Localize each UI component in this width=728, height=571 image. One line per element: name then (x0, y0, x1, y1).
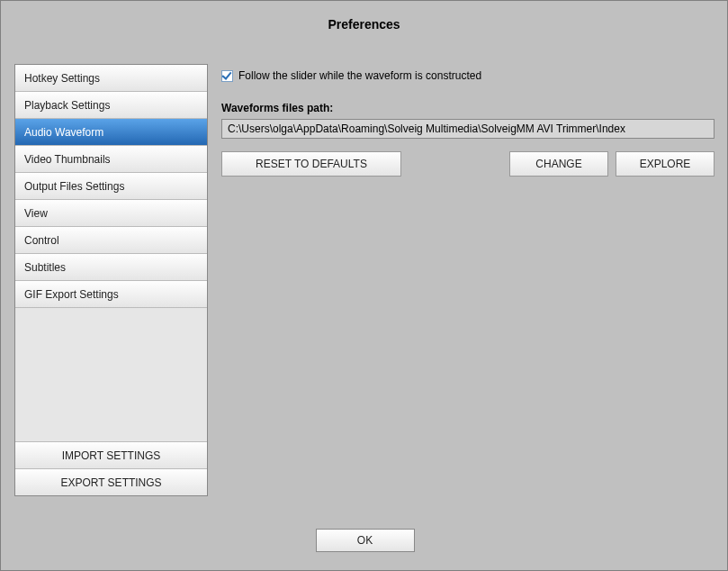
sidebar-item-output-files-settings[interactable]: Output Files Settings (15, 173, 207, 200)
waveforms-path-label: Waveforms files path: (221, 102, 715, 114)
export-settings-button[interactable]: EXPORT SETTINGS (15, 468, 207, 495)
follow-slider-checkbox[interactable] (221, 70, 233, 82)
sidebar-item-video-thumbnails[interactable]: Video Thumbnails (15, 146, 207, 173)
follow-slider-label: Follow the slider while the waveform is … (238, 69, 481, 82)
explore-button[interactable]: EXPLORE (616, 151, 715, 177)
button-row: RESET TO DEFAULTS CHANGE EXPLORE (221, 151, 715, 177)
import-settings-button[interactable]: IMPORT SETTINGS (15, 441, 207, 468)
sidebar-actions: IMPORT SETTINGS EXPORT SETTINGS (15, 441, 207, 495)
content-panel: Follow the slider while the waveform is … (221, 64, 715, 496)
sidebar-item-playback-settings[interactable]: Playback Settings (15, 92, 207, 119)
sidebar-item-control[interactable]: Control (15, 227, 207, 254)
dialog-title: Preferences (1, 1, 727, 41)
sidebar: Hotkey Settings Playback Settings Audio … (14, 64, 208, 496)
change-button[interactable]: CHANGE (509, 151, 608, 177)
preferences-dialog: Preferences Hotkey Settings Playback Set… (0, 0, 728, 571)
ok-row: OK (1, 529, 728, 552)
ok-button[interactable]: OK (316, 529, 415, 552)
sidebar-item-subtitles[interactable]: Subtitles (15, 254, 207, 281)
main-area: Hotkey Settings Playback Settings Audio … (14, 64, 715, 502)
spacer (409, 151, 502, 177)
sidebar-categories: Hotkey Settings Playback Settings Audio … (15, 65, 207, 308)
sidebar-item-hotkey-settings[interactable]: Hotkey Settings (15, 65, 207, 92)
waveforms-path-field[interactable] (221, 119, 715, 139)
sidebar-item-view[interactable]: View (15, 200, 207, 227)
reset-to-defaults-button[interactable]: RESET TO DEFAULTS (221, 151, 401, 177)
sidebar-spacer (15, 308, 207, 441)
sidebar-item-gif-export-settings[interactable]: GIF Export Settings (15, 281, 207, 308)
sidebar-item-audio-waveform[interactable]: Audio Waveform (15, 119, 207, 146)
follow-slider-row: Follow the slider while the waveform is … (221, 69, 715, 82)
